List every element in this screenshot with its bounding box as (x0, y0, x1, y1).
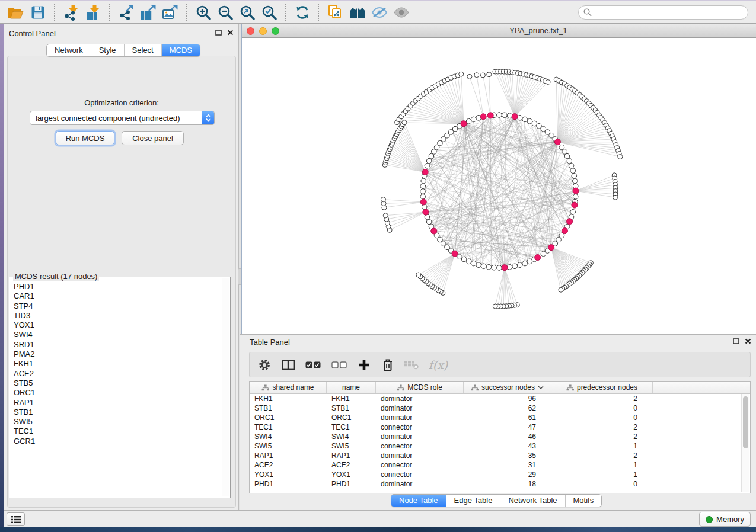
window-close-icon[interactable] (247, 27, 254, 35)
leaf-node[interactable] (474, 73, 479, 78)
mcds-node[interactable] (422, 169, 428, 175)
mcds-result-item[interactable]: ORC1 (11, 388, 222, 398)
zoom-in-button[interactable] (192, 3, 214, 22)
close-panel-icon[interactable] (227, 30, 234, 36)
network-node[interactable] (518, 262, 523, 268)
table-row[interactable]: STB1STB1dominator620 (250, 403, 750, 413)
network-node[interactable] (420, 194, 426, 200)
leaf-node[interactable] (381, 197, 385, 202)
network-overview-button[interactable] (346, 3, 368, 22)
network-node[interactable] (471, 117, 477, 122)
mcds-result-item[interactable]: STB5 (11, 379, 222, 388)
network-node[interactable] (471, 261, 477, 266)
table-row[interactable]: RAP1RAP1dominator352 (250, 451, 750, 460)
table-row[interactable]: ORC1ORC1dominator610 (250, 413, 750, 422)
mcds-node[interactable] (573, 188, 579, 194)
zoom-fit-button[interactable] (236, 3, 258, 22)
mcds-result-item[interactable]: STP4 (11, 302, 222, 311)
mcds-result-item[interactable]: TEC1 (11, 427, 222, 436)
deselect-all-button[interactable] (330, 357, 348, 373)
leaf-node[interactable] (402, 120, 407, 125)
network-node[interactable] (492, 265, 497, 270)
mcds-result-item[interactable]: STB1 (11, 408, 222, 417)
run-mcds-button[interactable]: Run MCDS (56, 131, 114, 145)
column-header-successor-nodes[interactable]: successor nodes (464, 382, 551, 393)
network-node[interactable] (532, 121, 537, 126)
tab-style[interactable]: Style (91, 44, 125, 56)
leaf-node[interactable] (559, 287, 563, 292)
leaf-node[interactable] (459, 72, 464, 76)
mcds-result-item[interactable]: SWI5 (11, 417, 222, 427)
table-row[interactable]: YOX1YOX1connector291 (250, 470, 750, 479)
show-hidden-button[interactable] (390, 3, 412, 22)
mcds-node[interactable] (562, 228, 567, 234)
mcds-result-item[interactable]: ACE2 (11, 369, 222, 379)
network-node[interactable] (572, 173, 577, 178)
network-node[interactable] (562, 149, 567, 155)
network-node[interactable] (573, 194, 578, 200)
network-node[interactable] (518, 115, 523, 120)
mcds-result-item[interactable]: GCR1 (11, 437, 222, 446)
search-input[interactable] (578, 5, 748, 20)
float-panel-icon[interactable] (733, 338, 739, 344)
mcds-node[interactable] (487, 113, 493, 118)
close-panel-icon[interactable] (745, 338, 751, 344)
mcds-node[interactable] (554, 139, 560, 145)
mcds-node[interactable] (420, 199, 426, 205)
network-node[interactable] (527, 118, 532, 124)
export-table-button[interactable] (137, 3, 159, 22)
network-node[interactable] (572, 178, 578, 184)
mcds-node[interactable] (480, 114, 486, 120)
task-history-button[interactable] (7, 512, 25, 526)
mcds-node[interactable] (512, 114, 518, 120)
mcds-node[interactable] (452, 251, 458, 257)
criterion-dropdown[interactable]: largest connected component (undirected) (30, 111, 215, 125)
network-node[interactable] (512, 264, 518, 269)
leaf-node[interactable] (546, 79, 550, 84)
network-node[interactable] (466, 259, 471, 264)
mcds-result-item[interactable]: YOX1 (11, 321, 222, 330)
select-all-button[interactable] (304, 357, 322, 373)
network-canvas[interactable] (242, 38, 756, 334)
network-node[interactable] (420, 189, 426, 194)
mcds-result-item[interactable]: PHD1 (11, 282, 222, 291)
network-node[interactable] (420, 184, 426, 189)
open-file-button[interactable] (5, 3, 27, 22)
table-scrollbar[interactable] (741, 394, 749, 492)
mcds-node[interactable] (548, 245, 554, 251)
leaf-node[interactable] (416, 273, 421, 277)
tab-motifs[interactable]: Motifs (566, 495, 602, 507)
float-panel-icon[interactable] (215, 30, 222, 36)
mcds-result-item[interactable]: SRD1 (11, 340, 222, 350)
network-node[interactable] (569, 164, 574, 169)
network-node[interactable] (481, 264, 486, 269)
memory-button[interactable]: Memory (699, 512, 751, 527)
leaf-node[interactable] (613, 195, 618, 200)
table-row[interactable]: PHD1PHD1dominator180 (250, 479, 750, 489)
column-header-name[interactable]: name (327, 382, 376, 393)
delete-table-button[interactable] (404, 357, 419, 373)
save-session-button[interactable] (27, 3, 49, 22)
network-node[interactable] (497, 265, 502, 271)
tab-network-table[interactable]: Network Table (500, 495, 565, 507)
mcds-node[interactable] (461, 121, 467, 127)
table-settings-button[interactable] (257, 357, 272, 373)
tab-node-table[interactable]: Node Table (391, 495, 446, 507)
export-network-button[interactable] (115, 3, 137, 22)
table-row[interactable]: TEC1TEC1connector472 (250, 422, 750, 432)
leaf-node[interactable] (467, 74, 472, 79)
network-node[interactable] (567, 158, 572, 164)
table-row[interactable]: SWI5SWI5connector431 (250, 441, 750, 451)
add-column-button[interactable] (356, 357, 372, 373)
mcds-node[interactable] (502, 265, 508, 271)
table-row[interactable]: SWI4SWI4dominator462 (250, 432, 750, 441)
delete-columns-button[interactable] (380, 357, 395, 373)
tab-network[interactable]: Network (47, 44, 91, 56)
network-node[interactable] (541, 251, 546, 257)
network-node[interactable] (486, 264, 492, 270)
table-row[interactable]: ACE2ACE2connector311 (250, 460, 750, 470)
network-node[interactable] (507, 113, 512, 118)
mcds-list-scrollbar[interactable] (222, 278, 229, 496)
network-node[interactable] (426, 158, 432, 164)
network-node[interactable] (461, 257, 467, 262)
